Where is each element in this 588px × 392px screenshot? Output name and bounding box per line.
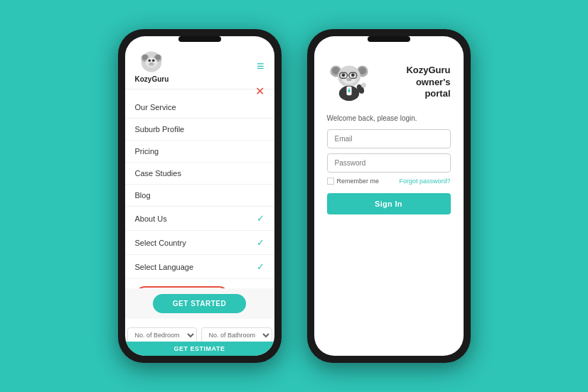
bathroom-select[interactable]: No. of Bathroom xyxy=(201,327,272,343)
menu-item-about-us[interactable]: About Us ✓ xyxy=(125,207,274,231)
menu-screen: KozyGuru ≡ ✕ Our Service Suburb Profile … xyxy=(125,36,274,356)
password-field[interactable] xyxy=(327,153,451,173)
email-field[interactable] xyxy=(327,129,451,148)
remember-left: Remember me xyxy=(327,178,380,185)
koala-suit-icon xyxy=(327,58,371,102)
svg-point-7 xyxy=(149,59,151,62)
get-estimate-bar[interactable]: GET ESTIMATE xyxy=(125,342,274,356)
remember-me-checkbox[interactable] xyxy=(327,178,334,185)
hamburger-icon[interactable]: ≡ xyxy=(257,59,264,74)
close-button[interactable]: ✕ xyxy=(255,85,264,98)
phone-login: KozyGuru owner's portal Welcome back, pl… xyxy=(307,29,471,363)
svg-point-8 xyxy=(152,59,155,62)
remember-row: Remember me Forgot password? xyxy=(327,178,451,185)
chevron-down-icon: ✓ xyxy=(257,261,264,272)
portal-title: KozyGuru owner's portal xyxy=(378,65,451,101)
menu-item-our-service[interactable]: Our Service xyxy=(125,97,274,119)
menu-header: KozyGuru ≡ xyxy=(125,36,274,89)
phone-menu: KozyGuru ≡ ✕ Our Service Suburb Profile … xyxy=(118,29,282,363)
koala-logo-icon xyxy=(139,49,164,75)
svg-point-4 xyxy=(156,55,161,60)
chevron-down-icon: ✓ xyxy=(257,213,264,224)
bedroom-select[interactable]: No. of Bedroom xyxy=(127,327,197,343)
menu-list: Our Service Suburb Profile Pricing Case … xyxy=(125,97,274,279)
svg-point-9 xyxy=(150,62,154,65)
login-screen: KozyGuru owner's portal Welcome back, pl… xyxy=(314,36,464,356)
scene: KozyGuru ≡ ✕ Our Service Suburb Profile … xyxy=(118,29,471,363)
svg-point-20 xyxy=(351,74,354,77)
logo-text: KozyGuru xyxy=(135,75,169,83)
filter-bar: No. of Bedroom No. of Bathroom xyxy=(125,327,274,343)
svg-point-3 xyxy=(143,55,148,60)
svg-point-26 xyxy=(360,82,365,87)
login-header: KozyGuru owner's portal xyxy=(327,50,451,107)
sign-in-button[interactable]: Sign In xyxy=(327,193,451,214)
logo-area: KozyGuru xyxy=(135,49,169,83)
menu-item-suburb-profile[interactable]: Suburb Profile xyxy=(125,119,274,141)
menu-item-blog[interactable]: Blog xyxy=(125,185,274,207)
forgot-password-link[interactable]: Forgot password? xyxy=(399,178,450,185)
menu-item-case-studies[interactable]: Case Studies xyxy=(125,163,274,185)
menu-item-select-language[interactable]: Select Language ✓ xyxy=(125,255,274,279)
remember-me-label: Remember me xyxy=(337,178,380,185)
svg-point-21 xyxy=(346,78,351,81)
chevron-down-icon: ✓ xyxy=(257,237,264,248)
get-started-area: GET STARTED xyxy=(125,288,274,319)
menu-item-pricing[interactable]: Pricing xyxy=(125,141,274,163)
get-started-button[interactable]: GET STARTED xyxy=(153,294,246,313)
menu-item-select-country[interactable]: Select Country ✓ xyxy=(125,231,274,255)
svg-point-19 xyxy=(341,74,344,77)
welcome-text: Welcome back, please login. xyxy=(327,114,417,122)
